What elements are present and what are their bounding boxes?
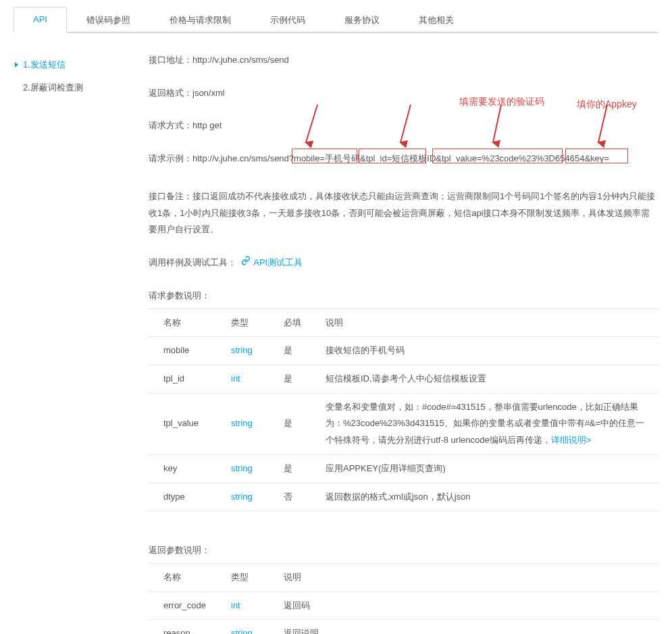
request-method-label: 请求方式： [149, 120, 192, 130]
table-header-type: 类型 [216, 309, 269, 337]
tab-pricing[interactable]: 价格与请求限制 [150, 7, 251, 33]
sidebar: 1.发送短信 2.屏蔽词检查测 [14, 47, 135, 634]
table-row: reason string 返回说明 [149, 620, 658, 634]
request-example-tplvalue: tpl_value=%23code%23%3D654654 [442, 153, 584, 163]
request-example-label: 请求示例： [149, 153, 192, 163]
tab-api[interactable]: API [14, 7, 67, 33]
tab-error-codes[interactable]: 错误码参照 [67, 7, 150, 33]
request-example-key: key= [590, 153, 609, 163]
request-example-prefix: http://v.juhe.cn/sms/send? [192, 153, 294, 163]
tab-service-agreement[interactable]: 服务协议 [325, 7, 399, 33]
response-params-label: 返回参数说明： [149, 542, 658, 559]
content-area: 接口地址：http://v.juhe.cn/sms/send 返回格式：json… [135, 47, 658, 634]
remark-value: 接口返回成功不代表接收成功，具体接收状态只能由运营商查询；运营商限制同1个号码同… [149, 191, 655, 234]
api-test-tool-link[interactable]: API测试工具 [253, 257, 303, 267]
table-header-type: 类型 [216, 563, 269, 591]
tab-bar: API 错误码参照 价格与请求限制 示例代码 服务协议 其他相关 [14, 0, 658, 33]
table-header-name: 名称 [149, 563, 216, 591]
response-params-table: 名称 类型 说明 error_code int 返回码 reason strin… [149, 563, 658, 634]
request-example-tplid: tpl_id=短信模板ID [366, 153, 436, 163]
sidebar-item-send-sms[interactable]: 1.发送短信 [14, 53, 135, 76]
request-example-mobile: mobile=手机号码 [294, 153, 360, 163]
hint-verification-code: 填需要发送的验证码 [459, 93, 544, 111]
return-format-label: 返回格式： [149, 88, 192, 98]
table-row: tpl_id int 是 短信模板ID,请参考个人中心短信模板设置 [149, 365, 658, 394]
table-header-desc: 说明 [311, 309, 658, 337]
debug-label: 调用样例及调试工具： [149, 257, 236, 267]
table-row: key string 是 应用APPKEY(应用详细页查询) [149, 454, 658, 483]
table-header-name: 名称 [149, 309, 216, 337]
table-row: error_code int 返回码 [149, 591, 658, 620]
remark-label: 接口备注： [149, 191, 192, 201]
hint-appkey: 填你的Appkey [577, 95, 637, 113]
tpl-value-detail-link[interactable]: 详细说明> [551, 435, 592, 445]
return-format-value: json/xml [192, 88, 225, 98]
tab-other[interactable]: 其他相关 [399, 7, 473, 33]
request-example: 填需要发送的验证码 填你的Appkey 请求示例：http://v.juhe.c… [149, 151, 658, 172]
table-row: mobile string 是 接收短信的手机号码 [149, 337, 658, 365]
api-address-value: http://v.juhe.cn/sms/send [192, 55, 289, 65]
request-params-table: 名称 类型 必填 说明 mobile string 是 接收短信的手机号码 tp… [149, 309, 658, 512]
tab-sample-code[interactable]: 示例代码 [251, 7, 325, 33]
table-header-required: 必填 [269, 309, 311, 337]
table-row: dtype string 否 返回数据的格式,xml或json，默认json [149, 483, 658, 511]
table-header-desc: 说明 [269, 563, 658, 591]
request-method-value: http get [192, 120, 222, 130]
link-icon [241, 255, 251, 271]
request-params-label: 请求参数说明： [149, 288, 658, 305]
api-address-label: 接口地址： [149, 55, 192, 65]
table-row: tpl_value string 是 变量名和变量值对，如：#code#=431… [149, 393, 658, 454]
sidebar-item-block-words[interactable]: 2.屏蔽词检查测 [14, 76, 135, 99]
